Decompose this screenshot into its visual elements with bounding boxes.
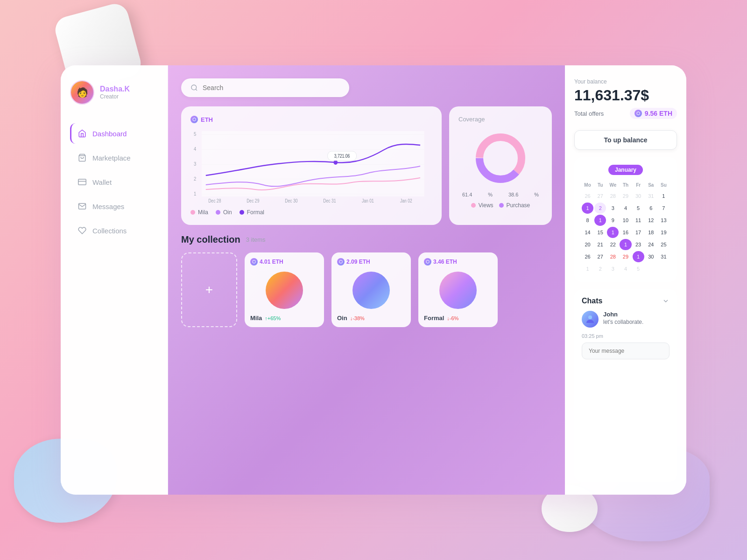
cal-cell[interactable]: 1 xyxy=(633,251,644,262)
cal-cell[interactable]: 8 xyxy=(582,215,593,226)
cal-cell[interactable]: 30 xyxy=(633,190,644,202)
chats-header[interactable]: Chats xyxy=(582,297,669,305)
cal-cell[interactable]: 3 xyxy=(607,203,619,214)
cal-cell[interactable]: 5 xyxy=(633,263,644,274)
eth-icon-mila: ⬡ xyxy=(250,258,258,266)
nft-name-formal: Formal xyxy=(424,315,444,322)
cal-cell[interactable]: 29 xyxy=(620,190,631,202)
cal-cell[interactable]: 27 xyxy=(594,190,606,202)
sidebar-item-collections[interactable]: Collections xyxy=(70,220,158,241)
donut-container xyxy=(472,130,529,186)
purchase-color-dot xyxy=(499,203,504,208)
add-collection-item[interactable]: + xyxy=(181,252,237,327)
cal-cell[interactable]: 1 xyxy=(594,215,606,226)
nft-card-mila[interactable]: ⬡ 4.01 ETH Mila ↑+65% xyxy=(245,252,324,327)
cal-cell[interactable]: 9 xyxy=(607,215,619,226)
legend-views: Views xyxy=(471,202,493,209)
sidebar-item-messages[interactable]: Messages xyxy=(70,196,158,217)
chart-area: 5 4 3 2 1 xyxy=(190,129,432,203)
mila-color-dot xyxy=(190,210,195,215)
cal-cell[interactable]: 2 xyxy=(594,203,606,214)
cal-cell[interactable]: 10 xyxy=(620,215,631,226)
balance-section: Your balance 11,631.37$ Total offers ⬡ 9… xyxy=(574,78,677,119)
svg-rect-1 xyxy=(78,179,86,185)
cal-cell[interactable]: 16 xyxy=(620,227,631,238)
cal-cell-today[interactable]: 1 xyxy=(582,203,593,214)
right-panel: Your balance 11,631.37$ Total offers ⬡ 9… xyxy=(565,65,686,495)
avatar-image: 🧑 xyxy=(71,81,93,104)
cal-cell[interactable]: 24 xyxy=(645,239,657,250)
chat-content-john: John let's collaborate. xyxy=(603,311,669,325)
search-icon xyxy=(190,84,198,91)
cal-cell[interactable]: 23 xyxy=(633,239,644,250)
nft-image-mila xyxy=(250,269,318,311)
donut-labels: 61.4% 38.6% xyxy=(458,192,543,197)
cal-cell[interactable]: 22 xyxy=(607,239,619,250)
nft-change-mila: ↑+65% xyxy=(265,315,281,321)
cal-cell[interactable]: 26 xyxy=(582,190,593,202)
cal-cell[interactable]: 30 xyxy=(645,251,657,262)
cal-cell[interactable]: 21 xyxy=(594,239,606,250)
cal-cell[interactable]: 1 xyxy=(620,239,631,250)
nft-price-oin: ⬡ 2.09 ETH xyxy=(337,258,405,266)
cal-cell[interactable]: 4 xyxy=(620,263,631,274)
coverage-legend: Views Purchase xyxy=(458,202,543,209)
cal-cell[interactable]: 12 xyxy=(645,215,657,226)
chevron-down-icon xyxy=(662,297,669,305)
cal-cell[interactable]: 31 xyxy=(658,251,669,262)
chat-time: 03:25 pm xyxy=(582,333,669,339)
sidebar: 🧑 Dasha.K Creator Dashboard xyxy=(61,65,168,495)
username: Dasha.K xyxy=(100,85,130,93)
cal-cell[interactable]: 13 xyxy=(658,215,669,226)
cal-cell[interactable]: 15 xyxy=(594,227,606,238)
cal-cell[interactable]: 31 xyxy=(645,190,657,202)
total-offers-label: Total offers xyxy=(574,110,604,117)
cal-cell[interactable]: 20 xyxy=(582,239,593,250)
cal-cell[interactable]: 28 xyxy=(607,190,619,202)
cal-cell[interactable]: 19 xyxy=(658,227,669,238)
search-input[interactable] xyxy=(203,84,340,91)
cal-header-tu: Tu xyxy=(594,181,606,189)
balance-amount: 11,631.37$ xyxy=(574,87,677,104)
chart-title: ⬡ ETH xyxy=(190,116,432,123)
cal-cell[interactable]: 27 xyxy=(594,251,606,262)
cal-cell[interactable]: 26 xyxy=(582,251,593,262)
collection-header: My collection 3 items xyxy=(181,234,552,245)
calendar: January Mo Tu We Th Fr Sa Su 26 27 28 29… xyxy=(574,157,677,282)
cal-cell[interactable]: 1 xyxy=(607,227,619,238)
cal-cell[interactable]: 4 xyxy=(620,203,631,214)
cal-cell[interactable]: 7 xyxy=(658,203,669,214)
eth-badge: ⬡ 9.56 ETH xyxy=(630,108,677,119)
eth-chart-card: ⬡ ETH 5 4 3 2 1 xyxy=(181,106,442,225)
cal-cell[interactable]: 3 xyxy=(607,263,619,274)
cal-cell[interactable]: 11 xyxy=(633,215,644,226)
nft-card-oin[interactable]: ⬡ 2.09 ETH Oin ↓-38% xyxy=(331,252,411,327)
sidebar-item-marketplace[interactable]: Marketplace xyxy=(70,147,158,168)
cal-cell[interactable]: 17 xyxy=(633,227,644,238)
svg-text:5: 5 xyxy=(194,131,197,137)
cal-cell[interactable]: 2 xyxy=(594,263,606,274)
formal-blob xyxy=(439,272,477,309)
cal-cell[interactable]: 28 xyxy=(607,251,619,262)
user-info: Dasha.K Creator xyxy=(100,85,130,100)
sidebar-item-dashboard[interactable]: Dashboard xyxy=(70,123,158,144)
cal-cell[interactable]: 5 xyxy=(633,203,644,214)
cal-cell[interactable]: 14 xyxy=(582,227,593,238)
cal-cell[interactable]: 18 xyxy=(645,227,657,238)
cal-cell[interactable]: 25 xyxy=(658,239,669,250)
sidebar-item-wallet[interactable]: Wallet xyxy=(70,172,158,192)
cal-cell[interactable]: 1 xyxy=(582,263,593,274)
legend-formal: Formal xyxy=(240,209,264,216)
sidebar-item-label: Dashboard xyxy=(92,130,127,138)
main-content: ⬡ ETH 5 4 3 2 1 xyxy=(168,65,565,495)
sidebar-item-label: Marketplace xyxy=(92,154,131,162)
cal-cell[interactable]: 29 xyxy=(620,251,631,262)
cal-cell[interactable]: 6 xyxy=(645,203,657,214)
cal-cell[interactable]: 1 xyxy=(658,190,669,202)
chart-legend: Mila Oin Formal xyxy=(190,209,432,216)
avatar: 🧑 xyxy=(70,80,94,105)
top-up-button[interactable]: To up balance xyxy=(574,130,677,150)
message-input[interactable] xyxy=(582,343,669,359)
search-bar[interactable] xyxy=(181,78,349,97)
nft-card-formal[interactable]: ⬡ 3.46 ETH Formal ↓-6% xyxy=(418,252,498,327)
